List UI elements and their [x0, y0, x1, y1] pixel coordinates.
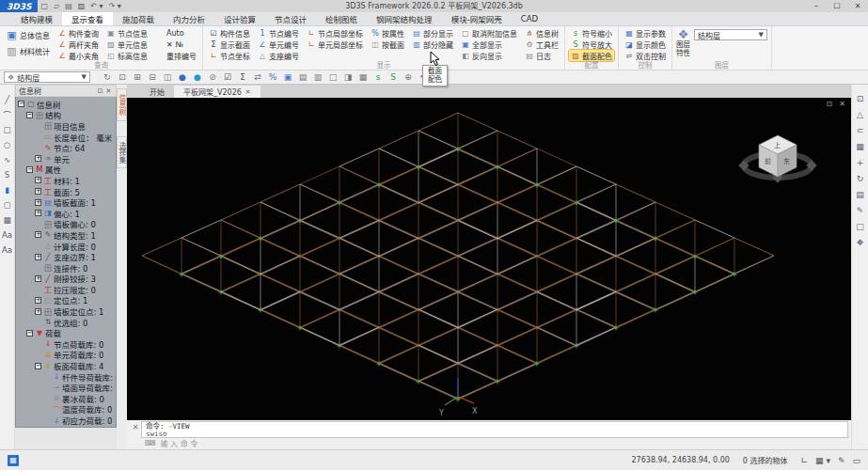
ribbon-button-全部显示[interactable]: ▣全部显示 — [459, 39, 519, 50]
quickbar-icon-16[interactable]: ◨ — [340, 70, 355, 84]
close-viewport-icon[interactable]: ✕ — [839, 100, 845, 108]
quickbar-icon-6[interactable]: ● — [190, 70, 205, 84]
tree-expander-icon[interactable]: − — [35, 363, 41, 369]
titlebar-icon-4[interactable]: ↶ ▾ — [90, 0, 103, 12]
tree-item-属性[interactable]: −M属性 — [16, 164, 116, 176]
tree-expander-icon[interactable]: − — [26, 166, 33, 173]
pin-icon[interactable]: ⊡ — [96, 87, 104, 95]
tree-item-墙板截面: 1[interactable]: +▤墙板截面: 1 — [16, 196, 116, 208]
ribbon-button-标高信息[interactable]: ◱标高信息 — [104, 50, 150, 61]
quickbar-icon-12[interactable]: ▣ — [280, 70, 295, 84]
view-tool-icon-9[interactable]: ❖ — [856, 238, 863, 248]
layer-properties-button[interactable]: 图层特性 — [676, 41, 690, 57]
quickbar-icon-14[interactable]: ▥ — [310, 70, 325, 84]
tree-expander-icon[interactable]: + — [35, 231, 41, 238]
quickbar-icon-18[interactable]: s — [371, 70, 386, 84]
tree-expander-icon[interactable]: + — [35, 275, 41, 282]
titlebar-icon-3[interactable]: ▨ — [78, 0, 86, 12]
tree-expander-icon[interactable]: − — [18, 101, 24, 107]
ribbon-button-取消附加信息[interactable]: □取消附加信息 — [459, 27, 519, 39]
tree-item-节点荷载库: 0[interactable]: +⇓节点荷载库: 0 — [16, 338, 116, 350]
quickbar-icon-17[interactable]: ▦ — [355, 70, 371, 84]
tree-item-长度单位： 毫米[interactable]: +▭长度单位： 毫米 — [16, 132, 116, 143]
command-input[interactable]: ⌨ 输 入 命 令 — [130, 438, 848, 448]
quickbar-icon-9[interactable]: Σ — [235, 70, 250, 84]
doc-tab-close-icon[interactable]: ✕ — [245, 88, 251, 96]
ribbon-button-工具栏[interactable]: ⚙工具栏 — [523, 39, 560, 50]
ribbon-button-两杆夹角[interactable]: ∠两杆夹角 — [55, 39, 101, 50]
maximize-button[interactable]: ☐ — [827, 0, 847, 12]
draw-tool-icon-2[interactable]: □ — [3, 122, 10, 137]
view-cube[interactable]: 上 前 东 — [719, 111, 832, 214]
quickbar-icon-11[interactable]: % — [265, 70, 280, 84]
tree-item-刚接铰接: 3[interactable]: +╱刚接铰接: 3 — [16, 274, 116, 285]
tree-item-单元荷载库: 0[interactable]: +⇊单元荷载库: 0 — [16, 350, 116, 361]
tree-expander-icon[interactable]: + — [35, 188, 41, 195]
float-viewport-icon[interactable]: ⊡ — [827, 100, 833, 108]
quickbar-icon-8[interactable]: ☑ — [220, 70, 235, 84]
ribbon-button-构件信息[interactable]: ☑构件信息 — [207, 27, 252, 39]
ribbon-button-显示颜色[interactable]: ◪显示颜色 — [623, 39, 668, 50]
tree-expander-icon[interactable]: + — [35, 199, 41, 206]
ribbon-button-节点坐标[interactable]: ∟节点坐标 — [207, 50, 252, 61]
ribbon-button-节点编号[interactable]: 1节点编号 — [256, 27, 301, 39]
ribbon-button-按属性[interactable]: %按属性 — [369, 27, 406, 39]
doc-tab-平板网架_V2026[interactable]: 平板网架_V2026✕ — [174, 86, 260, 98]
ribbon-button-总体信息[interactable]: ▣总体信息 — [4, 27, 52, 43]
tree-item-项目信息[interactable]: +田项目信息 — [16, 120, 116, 132]
draw-tool-icon-7[interactable]: ▢ — [3, 197, 10, 212]
tree-item-拉压限定: 0[interactable]: +工拉压限定: 0 — [16, 284, 116, 295]
view-tool-icon-1[interactable]: △ — [857, 110, 863, 120]
tree-item-杆件导荷载库: 0[interactable]: +↓杆件导荷载库: 0 — [16, 371, 116, 383]
ribbon-button-显示参数[interactable]: ▦显示参数 — [623, 27, 668, 39]
ribbon-button-最小夹角[interactable]: ∠最小夹角 — [55, 50, 101, 61]
menu-tab-绘制图纸[interactable]: 绘制图纸 — [316, 12, 367, 25]
quickbar-icon-0[interactable]: ↻ — [100, 70, 115, 84]
view-tool-icon-2[interactable]: ⊂ — [857, 126, 864, 136]
tree-item-节点: 64[interactable]: +✎节点: 64 — [16, 142, 116, 153]
tree-item-连接件: 0[interactable]: +田连接件: 0 — [16, 262, 116, 274]
tree-item-计算长度: 0[interactable]: +△计算长度: 0 — [16, 241, 116, 252]
draw-tool-icon-5[interactable]: S — [5, 167, 9, 182]
quickbar-icon-20[interactable]: ⊕ — [401, 70, 416, 84]
tree-item-优选组: 0[interactable]: +⇅优选组: 0 — [16, 317, 116, 328]
tree-item-裹冰荷载: 0[interactable]: +⊘裹冰荷载: 0 — [16, 393, 116, 404]
quickbar-icon-15[interactable]: □ — [325, 70, 340, 84]
app-logo[interactable]: 3D3S — [0, 0, 38, 12]
view-tool-icon-5[interactable]: ↻ — [857, 174, 864, 184]
view-tool-icon-8[interactable]: □ — [856, 222, 864, 232]
ribbon-button-材料统计[interactable]: ▥材料统计 — [4, 43, 52, 59]
ribbon-button-节点信息[interactable]: ▣节点信息 — [104, 27, 150, 39]
tree-expander-icon[interactable]: + — [35, 155, 41, 162]
ribbon-button-按截面[interactable]: ◫按截面 — [369, 39, 406, 50]
ribbon-button-构件查询[interactable]: ∠构件查询 — [55, 27, 101, 39]
ribbon-button-支座编号[interactable]: △支座编号 — [256, 50, 301, 61]
quickbar-icon-7[interactable]: ⊘ — [205, 70, 220, 84]
tree-item-温度荷载库: 0[interactable]: +⌒温度荷载库: 0 — [16, 404, 116, 415]
tree-item-支座边界: 1[interactable]: +╱支座边界: 1 — [16, 251, 116, 262]
ribbon-button-单元信息[interactable]: ▨单元信息 — [104, 39, 150, 50]
ribbon-button-符号缩小[interactable]: s符号缩小 — [569, 27, 614, 39]
ribbon-button-符号放大[interactable]: S符号放大 — [569, 39, 614, 50]
model-space-icon[interactable]: ▦ — [8, 455, 19, 466]
tree-expander-icon[interactable]: + — [35, 254, 41, 260]
tree-item-结构[interactable]: −田结构 — [16, 110, 116, 121]
doc-tab-开始[interactable]: 开始 — [140, 86, 174, 98]
tree-item-定位点: 1[interactable]: +▢定位点: 1 — [16, 295, 116, 306]
view-tool-icon-0[interactable]: ⊡ — [857, 94, 864, 104]
menu-tab-模块-网架网壳[interactable]: 模块-网架网壳 — [442, 12, 512, 25]
ribbon-button-Auto[interactable]: Auto — [153, 27, 198, 39]
quickbar-icon-3[interactable]: ⊟ — [145, 70, 160, 84]
tree-item-板面荷载库: 4[interactable]: −⇓板面荷载库: 4 — [16, 360, 116, 371]
quickbar-icon-2[interactable]: ⊞ — [130, 70, 145, 84]
menu-tab-内力分析[interactable]: 内力分析 — [164, 12, 214, 25]
close-button[interactable]: ✕ — [847, 0, 868, 12]
quickbar-icon-19[interactable]: S — [386, 70, 401, 84]
titlebar-icon-5[interactable]: ↷ ▾ — [109, 0, 121, 12]
titlebar-icon-2[interactable]: ▤ — [65, 0, 72, 12]
tree-item-结构类型: 1[interactable]: +✎结构类型: 1 — [16, 229, 116, 241]
tree-item-荷载[interactable]: −▼荷载 — [16, 327, 116, 338]
side-tab-信息树[interactable]: 信息树 — [117, 88, 127, 121]
ribbon-button-单元编号[interactable]: ∠单元编号 — [256, 39, 301, 50]
ribbon-button-反向显示[interactable]: ◧反向显示 — [459, 50, 519, 61]
